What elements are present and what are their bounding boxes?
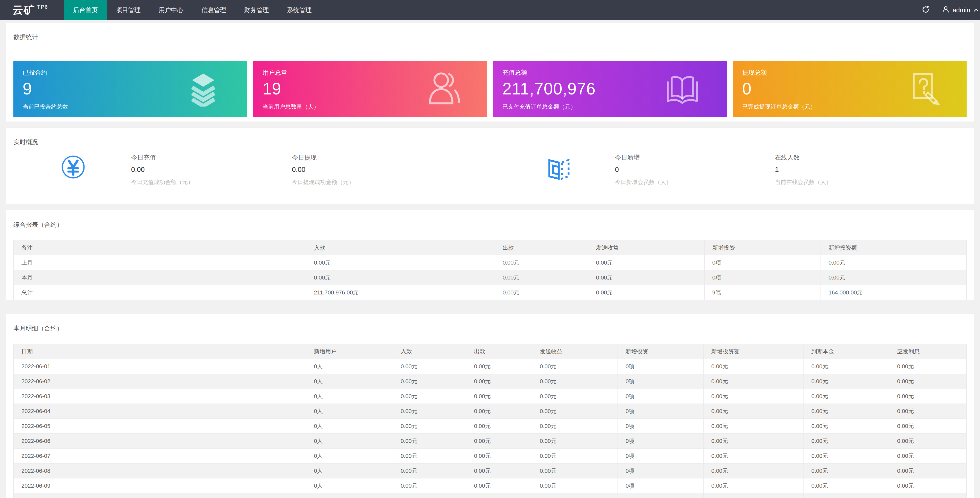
realtime-stats-row: 今日充值0.00今日充值成功金额（元）今日提现0.00今日提现成功金额（元）今日…: [13, 152, 967, 195]
users-icon: [424, 69, 463, 109]
detail-panel-title: 本月明细（合约）: [13, 314, 967, 333]
table-cell: 0.00元: [889, 479, 967, 493]
table-cell: 2022-06-03: [14, 389, 306, 404]
table-cell: 0.00元: [889, 389, 967, 404]
table-cell: 0.00元: [803, 493, 889, 498]
table-cell: 0.00元: [803, 463, 889, 479]
app-logo-version: TP6: [37, 4, 48, 10]
table-cell: 0项: [618, 479, 703, 493]
nav-item-6[interactable]: 系统管理: [278, 0, 321, 20]
table-cell: 0.00元: [703, 463, 803, 479]
realtime-stat: 今日新增0今日新增会员数（人）: [615, 153, 671, 186]
table-cell: 0.00元: [393, 404, 466, 419]
table-cell: 总计: [14, 285, 306, 300]
realtime-stat-caption: 今日充值成功金额（元）: [131, 178, 194, 186]
realtime-panel: 实时概况 今日充值0.00今日充值成功金额（元）今日提现0.00今日提现成功金额…: [6, 128, 974, 204]
table-cell: 0.00元: [803, 434, 889, 449]
column-header: 新增投资额: [703, 344, 803, 359]
nav-item-5[interactable]: 财务管理: [235, 0, 278, 20]
column-header: 入款: [306, 240, 495, 255]
table-cell: 2022-06-07: [14, 449, 306, 463]
table-cell: 0.00元: [466, 493, 532, 498]
table-cell: 0.00元: [889, 419, 967, 434]
stat-card-4: 提现总额0已完成提现订单总金额（元）: [733, 61, 967, 117]
column-header: 新增投资额: [821, 240, 967, 255]
table-cell: 0.00元: [703, 404, 803, 419]
column-header: 到期本金: [803, 344, 889, 359]
app-logo[interactable]: 云矿 TP6: [0, 0, 64, 20]
table-cell: 0.00元: [466, 389, 532, 404]
table-cell: 0项: [618, 434, 703, 449]
table-cell: 0人: [306, 493, 393, 498]
table-cell: 0.00元: [532, 493, 618, 498]
table-cell: 0人: [306, 479, 393, 493]
table-cell: 0.00元: [803, 449, 889, 463]
nav-item-4[interactable]: 信息管理: [192, 0, 235, 20]
realtime-stat-caption: 今日新增会员数（人）: [615, 178, 671, 186]
realtime-stat: 今日充值0.00今日充值成功金额（元）: [131, 153, 194, 186]
table-row: 总计211,700,976.00元0.00元0.00元9笔164,000.00元: [14, 285, 967, 300]
table-row: 2022-06-080人0.00元0.00元0.00元0项0.00元0.00元0…: [14, 463, 967, 479]
column-header: 出款: [466, 344, 532, 359]
table-cell: 0.00元: [588, 255, 704, 270]
table-cell: 0.00元: [532, 434, 618, 449]
stat-cards: 已投合约9当前已投合约总数用户总量19当前用户总数量（人）充值总额211,700…: [13, 61, 967, 122]
table-cell: 0.00元: [466, 434, 532, 449]
table-cell: 0.00元: [393, 374, 466, 389]
table-cell: 0项: [618, 389, 703, 404]
table-cell: 0.00元: [393, 479, 466, 493]
table-cell: 0人: [306, 374, 393, 389]
table-cell: 0.00元: [393, 493, 466, 498]
table-cell: 上月: [14, 255, 306, 270]
nav-item-3[interactable]: 用户中心: [150, 0, 192, 20]
table-cell: 0.00元: [703, 419, 803, 434]
table-cell: 0.00元: [466, 449, 532, 463]
stats-panel: 数据统计 已投合约9当前已投合约总数用户总量19当前用户总数量（人）充值总额21…: [6, 23, 974, 122]
table-cell: 0.00元: [803, 404, 889, 419]
stats-panel-title: 数据统计: [13, 23, 967, 41]
table-cell: 0.00元: [889, 404, 967, 419]
table-cell: 0.00元: [393, 419, 466, 434]
table-cell: 2022-06-08: [14, 463, 306, 479]
dashboard-page: 云矿 TP6 后台首页项目管理用户中心信息管理财务管理系统管理: [0, 0, 980, 498]
refresh-icon: [921, 5, 930, 15]
table-cell: 0.00元: [393, 449, 466, 463]
realtime-stat-caption: 当前在线会员数（人）: [775, 178, 832, 186]
table-cell: 0.00元: [532, 463, 618, 479]
table-cell: 2022-06-01: [14, 359, 306, 374]
table-row: 2022-06-020人0.00元0.00元0.00元0项0.00元0.00元0…: [14, 374, 967, 389]
user-menu[interactable]: admin: [942, 5, 980, 15]
table-cell: 0项: [618, 419, 703, 434]
table-cell: 0.00元: [495, 270, 588, 285]
table-cell: 0.00元: [703, 374, 803, 389]
table-cell: 0.00元: [889, 449, 967, 463]
column-header: 日期: [14, 344, 306, 359]
table-cell: 2022-06-06: [14, 434, 306, 449]
table-cell: 0项: [704, 255, 821, 270]
nav-item-2[interactable]: 项目管理: [107, 0, 150, 20]
table-cell: 0人: [306, 449, 393, 463]
refresh-button[interactable]: [909, 5, 942, 15]
table-row: 2022-06-040人0.00元0.00元0.00元0项0.00元0.00元0…: [14, 404, 967, 419]
realtime-stat: 在线人数1当前在线会员数（人）: [775, 153, 832, 186]
table-cell: 0.00元: [889, 374, 967, 389]
table-cell: 9笔: [704, 285, 821, 300]
column-header: 新增投资: [618, 344, 703, 359]
nav-item-1[interactable]: 后台首页: [64, 0, 107, 20]
table-cell: 0.00元: [306, 255, 495, 270]
table-row: 上月0.00元0.00元0.00元0项0.00元: [14, 255, 967, 270]
realtime-stat-value: 0: [615, 166, 671, 174]
table-cell: 0.00元: [803, 359, 889, 374]
table-cell: 0项: [618, 359, 703, 374]
table-cell: 211,700,976.00元: [306, 285, 495, 300]
table-row: 2022-06-010人0.00元0.00元0.00元0项0.00元0.00元0…: [14, 359, 967, 374]
table-cell: 0.00元: [889, 359, 967, 374]
table-cell: 0人: [306, 359, 393, 374]
table-row: 2022-06-090人0.00元0.00元0.00元0项0.00元0.00元0…: [14, 479, 967, 493]
table-header-row: 备注入款出款发送收益新增投资新增投资额: [14, 240, 967, 255]
table-cell: 0.00元: [703, 493, 803, 498]
table-cell: 0.00元: [466, 374, 532, 389]
table-cell: 0项: [618, 493, 703, 498]
table-cell: 0.00元: [803, 389, 889, 404]
column-header: 发送收益: [532, 344, 618, 359]
